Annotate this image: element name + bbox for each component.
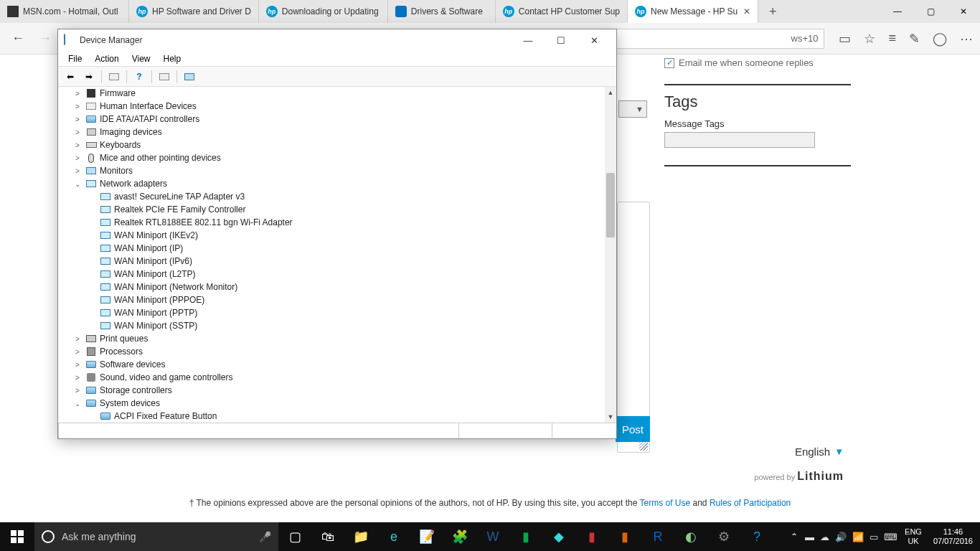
expand-icon[interactable]: > xyxy=(72,128,83,136)
tree-network-child[interactable]: WAN Miniport (IKEv2) xyxy=(58,229,605,242)
dm-minimize[interactable]: — xyxy=(512,30,545,50)
tb-properties[interactable] xyxy=(156,69,172,85)
edge-icon[interactable]: e xyxy=(377,522,410,551)
back-button[interactable]: ← xyxy=(7,28,29,50)
tree-network-child[interactable]: Realtek PCIe FE Family Controller xyxy=(58,203,605,216)
tb-back[interactable]: ⬅ xyxy=(62,69,78,85)
more-icon[interactable]: ⋯ xyxy=(960,31,973,47)
expand-icon[interactable]: > xyxy=(72,348,83,356)
tree-item[interactable]: >Software devices xyxy=(58,358,605,371)
tree-item[interactable]: >Monitors xyxy=(58,164,605,177)
rules-link[interactable]: Rules of Participation xyxy=(710,498,791,508)
app-icon-1[interactable]: 🧩 xyxy=(443,522,476,551)
expand-icon[interactable]: ⌄ xyxy=(72,180,83,188)
app-icon-7[interactable]: ⚙ xyxy=(707,522,740,551)
expand-icon[interactable]: > xyxy=(72,374,83,382)
tree-network-child[interactable]: WAN Miniport (SSTP) xyxy=(58,319,605,332)
forward-button[interactable]: → xyxy=(34,28,56,50)
scroll-thumb[interactable] xyxy=(606,173,615,237)
expand-icon[interactable]: > xyxy=(72,154,83,162)
store-icon[interactable]: 🛍 xyxy=(311,522,344,551)
wifi-icon[interactable]: 📶 xyxy=(852,532,864,542)
dm-close[interactable]: ✕ xyxy=(578,30,611,50)
resize-grip-icon[interactable] xyxy=(639,442,648,451)
tb-scan[interactable] xyxy=(182,69,197,85)
tree-item[interactable]: >Print queues xyxy=(58,332,605,345)
tree-item[interactable]: >Mice and other pointing devices xyxy=(58,151,605,164)
app-icon-5[interactable]: ▮ xyxy=(608,522,641,551)
tab-msn[interactable]: MSN.com - Hotmail, Outl xyxy=(0,0,129,23)
start-button[interactable] xyxy=(0,522,34,551)
webnote-icon[interactable]: ✎ xyxy=(909,31,920,47)
menu-action[interactable]: Action xyxy=(89,52,124,65)
tree-scrollbar[interactable]: ▲ ▼ xyxy=(605,87,616,423)
expand-icon[interactable]: ⌄ xyxy=(72,400,83,408)
tab-hp-software[interactable]: hpHP Software and Driver D xyxy=(129,0,259,23)
menu-file[interactable]: File xyxy=(62,52,88,65)
window-minimize[interactable]: — xyxy=(881,0,914,23)
favorite-icon[interactable]: ☆ xyxy=(864,31,875,47)
word-icon[interactable]: W xyxy=(476,522,509,551)
task-view-icon[interactable]: ▢ xyxy=(278,522,311,551)
menu-help[interactable]: Help xyxy=(158,52,187,65)
expand-icon[interactable]: > xyxy=(72,141,83,149)
tree-network-child[interactable]: WAN Miniport (PPTP) xyxy=(58,306,605,319)
email-notify-checkbox[interactable]: ✓ Email me when someone replies xyxy=(664,55,851,71)
tree-item[interactable]: >Firmware xyxy=(58,87,605,100)
battery-icon[interactable]: ▬ xyxy=(805,532,814,542)
tree-system-devices[interactable]: ⌄System devices xyxy=(58,397,605,410)
scroll-down-icon[interactable]: ▼ xyxy=(605,411,616,423)
expand-icon[interactable]: > xyxy=(72,103,83,110)
action-center-icon[interactable]: ▭ xyxy=(870,532,878,542)
app-icon-6[interactable]: ◐ xyxy=(674,522,707,551)
language-code[interactable]: ENG xyxy=(905,527,922,537)
terms-link[interactable]: Terms of Use xyxy=(639,498,690,508)
new-tab-button[interactable]: + xyxy=(758,0,787,23)
onedrive-icon[interactable]: ☁ xyxy=(820,532,829,542)
category-dropdown[interactable]: ▼ xyxy=(618,100,647,118)
help-icon[interactable]: ? xyxy=(740,522,773,551)
expand-icon[interactable]: > xyxy=(72,361,83,369)
tree-item[interactable]: >IDE ATA/ATAPI controllers xyxy=(58,113,605,126)
tab-hp-contact[interactable]: hpContact HP Customer Sup xyxy=(496,0,628,23)
cortana-search[interactable]: Ask me anything 🎤 xyxy=(34,522,278,551)
tree-item[interactable]: >Storage controllers xyxy=(58,384,605,397)
reading-view-icon[interactable]: ▭ xyxy=(839,31,851,47)
clock[interactable]: 11:46 07/07/2016 xyxy=(929,527,977,546)
volume-icon[interactable]: 🔊 xyxy=(835,532,847,542)
tree-system-child[interactable]: ACPI Fixed Feature Button xyxy=(58,410,605,423)
tree-network-child[interactable]: Realtek RTL8188EE 802.11 bgn Wi-Fi Adapt… xyxy=(58,216,605,229)
message-body[interactable] xyxy=(617,202,650,453)
tb-help[interactable]: ? xyxy=(131,69,147,85)
tray-chevron-icon[interactable]: ⌃ xyxy=(791,532,798,542)
tb-show-hidden[interactable] xyxy=(106,69,122,85)
tree-item[interactable]: >Keyboards xyxy=(58,138,605,151)
tree-item[interactable]: >Imaging devices xyxy=(58,126,605,138)
expand-icon[interactable]: > xyxy=(72,167,83,175)
window-maximize[interactable]: ▢ xyxy=(914,0,947,23)
tree-item[interactable]: >Human Interface Devices xyxy=(58,100,605,113)
keyboard-icon[interactable]: ⌨ xyxy=(884,532,897,542)
tree-network-child[interactable]: WAN Miniport (L2TP) xyxy=(58,268,605,281)
share-icon[interactable]: ◯ xyxy=(933,31,947,47)
tree-network-adapters[interactable]: ⌄Network adapters xyxy=(58,177,605,190)
app-icon-4[interactable]: ▮ xyxy=(575,522,608,551)
mic-icon[interactable]: 🎤 xyxy=(259,531,271,542)
tree-network-child[interactable]: WAN Miniport (Network Monitor) xyxy=(58,281,605,293)
tab-hp-download[interactable]: hpDownloading or Updating xyxy=(259,0,388,23)
dm-maximize[interactable]: ☐ xyxy=(545,30,578,50)
language-selector[interactable]: English ▼ xyxy=(795,446,844,458)
dm-titlebar[interactable]: Device Manager — ☐ ✕ xyxy=(58,29,616,51)
region-code[interactable]: UK xyxy=(905,537,922,546)
tb-forward[interactable]: ➡ xyxy=(81,69,97,85)
app-icon-2[interactable]: ▮ xyxy=(509,522,542,551)
tree-network-child[interactable]: WAN Miniport (IPv6) xyxy=(58,255,605,268)
revit-icon[interactable]: R xyxy=(641,522,674,551)
scroll-up-icon[interactable]: ▲ xyxy=(605,87,616,98)
tree-network-child[interactable]: avast! SecureLine TAP Adapter v3 xyxy=(58,190,605,203)
sticky-notes-icon[interactable]: 📝 xyxy=(410,522,443,551)
post-button[interactable]: Post xyxy=(616,416,650,442)
hub-icon[interactable]: ≡ xyxy=(888,31,896,47)
tree-item[interactable]: >Processors xyxy=(58,345,605,358)
expand-icon[interactable]: > xyxy=(72,116,83,123)
